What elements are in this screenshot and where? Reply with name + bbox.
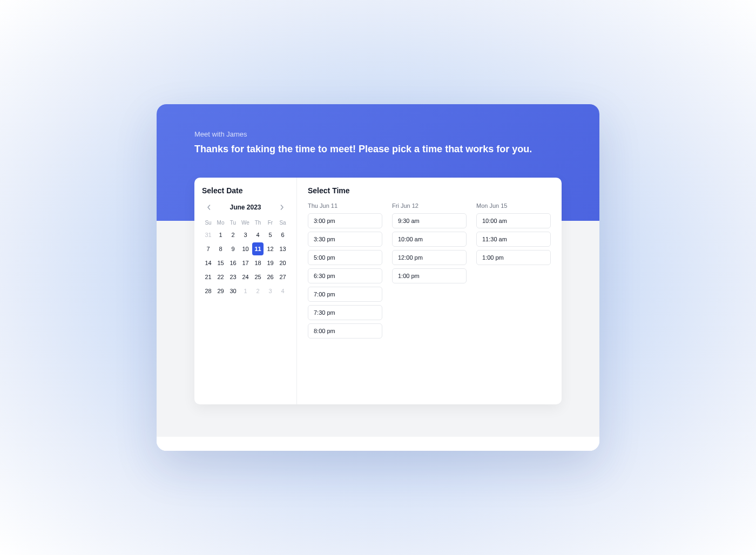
scheduler-card: Select Date June 2023 SuMoTuWeThFrSa 311… — [194, 178, 562, 404]
calendar-day[interactable]: 4 — [277, 285, 288, 297]
weekday-label: Mo — [214, 218, 227, 228]
laptop-base — [157, 437, 599, 451]
prev-month-button[interactable] — [204, 202, 214, 212]
weekday-label: Su — [202, 218, 214, 228]
weekday-label: Th — [252, 218, 264, 228]
calendar-day[interactable]: 21 — [202, 270, 214, 283]
calendar-day[interactable]: 31 — [202, 228, 214, 241]
calendar-day[interactable]: 26 — [265, 270, 276, 283]
time-slot[interactable]: 8:00 pm — [308, 323, 382, 339]
calendar-day[interactable]: 11 — [252, 242, 264, 255]
time-column: Fri Jun 129:30 am10:00 am12:00 pm1:00 pm — [392, 202, 467, 342]
calendar-day[interactable]: 5 — [265, 228, 276, 241]
calendar-day[interactable]: 12 — [265, 242, 276, 255]
date-panel: Select Date June 2023 SuMoTuWeThFrSa 311… — [194, 178, 297, 404]
calendar-day[interactable]: 6 — [277, 228, 288, 241]
time-column-header: Mon Jun 15 — [476, 202, 551, 209]
calendar-day[interactable]: 1 — [215, 228, 226, 241]
calendar-day[interactable]: 20 — [277, 256, 288, 269]
calendar-day[interactable]: 8 — [215, 242, 226, 255]
month-label: June 2023 — [230, 204, 261, 211]
laptop-frame: Meet with James Thanks for taking the ti… — [157, 104, 599, 451]
calendar-day[interactable]: 16 — [227, 256, 239, 269]
time-slot[interactable]: 12:00 pm — [392, 250, 467, 265]
calendar-day[interactable]: 15 — [215, 256, 226, 269]
time-column-header: Thu Jun 11 — [308, 202, 382, 209]
calendar-week: 2829301234 — [202, 284, 289, 298]
time-columns: Thu Jun 113:00 pm3:30 pm5:00 pm6:30 pm7:… — [308, 202, 551, 342]
time-slot[interactable]: 1:00 pm — [392, 268, 467, 283]
time-slot[interactable]: 10:00 am — [392, 232, 467, 247]
calendar-day[interactable]: 24 — [240, 270, 251, 283]
calendar-day[interactable]: 22 — [215, 270, 226, 283]
time-slot[interactable]: 6:30 pm — [308, 268, 382, 283]
calendar-body: 3112345678910111213141516171819202122232… — [202, 228, 289, 298]
calendar-day[interactable]: 2 — [252, 285, 264, 297]
calendar-day[interactable]: 28 — [202, 285, 214, 297]
calendar-day[interactable]: 23 — [227, 270, 239, 283]
weekday-label: We — [239, 218, 252, 228]
calendar-day[interactable]: 2 — [227, 228, 239, 241]
calendar-day[interactable]: 9 — [227, 242, 239, 255]
calendar-day[interactable]: 18 — [252, 256, 264, 269]
calendar-day[interactable]: 13 — [277, 242, 288, 255]
time-slot[interactable]: 1:00 pm — [476, 250, 551, 265]
time-slot[interactable]: 9:30 am — [392, 213, 467, 228]
time-slot[interactable]: 7:00 pm — [308, 287, 382, 302]
banner-title: Thanks for taking the time to meet! Plea… — [194, 143, 562, 156]
calendar-day[interactable]: 29 — [215, 285, 226, 297]
time-slot[interactable]: 3:00 pm — [308, 213, 382, 228]
calendar-day[interactable]: 19 — [265, 256, 276, 269]
banner-subtitle: Meet with James — [194, 130, 562, 138]
calendar-day[interactable]: 10 — [240, 242, 251, 255]
time-column: Mon Jun 1510:00 am11:30 am1:00 pm — [476, 202, 551, 342]
chevron-right-icon — [279, 205, 285, 210]
time-column-header: Fri Jun 12 — [392, 202, 467, 209]
weekday-label: Fr — [264, 218, 276, 228]
calendar-week: 78910111213 — [202, 242, 289, 256]
calendar-day[interactable]: 17 — [240, 256, 251, 269]
time-slot[interactable]: 5:00 pm — [308, 250, 382, 265]
weekday-label: Tu — [227, 218, 239, 228]
calendar-week: 31123456 — [202, 228, 289, 242]
chevron-left-icon — [206, 205, 212, 210]
time-column: Thu Jun 113:00 pm3:30 pm5:00 pm6:30 pm7:… — [308, 202, 382, 342]
calendar-day[interactable]: 4 — [252, 228, 264, 241]
calendar-day[interactable]: 3 — [265, 285, 276, 297]
time-panel: Select Time Thu Jun 113:00 pm3:30 pm5:00… — [297, 178, 562, 404]
calendar-week: 14151617181920 — [202, 256, 289, 270]
time-slot[interactable]: 7:30 pm — [308, 305, 382, 320]
calendar-day[interactable]: 7 — [202, 242, 214, 255]
date-panel-title: Select Date — [202, 186, 289, 195]
calendar-week: 21222324252627 — [202, 270, 289, 284]
time-slot[interactable]: 10:00 am — [476, 213, 551, 228]
time-slot[interactable]: 3:30 pm — [308, 232, 382, 247]
month-nav: June 2023 — [202, 202, 289, 212]
calendar-day[interactable]: 25 — [252, 270, 264, 283]
time-slot[interactable]: 11:30 am — [476, 232, 551, 247]
calendar-day[interactable]: 27 — [277, 270, 288, 283]
calendar-day[interactable]: 1 — [240, 285, 251, 297]
calendar-day[interactable]: 3 — [240, 228, 251, 241]
calendar-day[interactable]: 30 — [227, 285, 239, 297]
weekday-header: SuMoTuWeThFrSa — [202, 218, 289, 228]
app-screen: Meet with James Thanks for taking the ti… — [157, 104, 599, 437]
time-panel-title: Select Time — [308, 186, 551, 195]
calendar-day[interactable]: 14 — [202, 256, 214, 269]
next-month-button[interactable] — [277, 202, 287, 212]
weekday-label: Sa — [276, 218, 289, 228]
